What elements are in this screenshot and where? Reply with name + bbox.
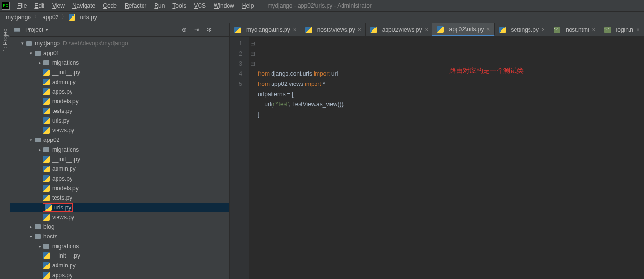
- tree-node[interactable]: __init__.py: [10, 251, 229, 261]
- tree-node[interactable]: admin.py: [10, 164, 229, 174]
- tree-label: apps.py: [52, 175, 72, 182]
- tree-node[interactable]: urls.py: [10, 116, 229, 126]
- line-number: 5: [230, 79, 242, 89]
- tree-node[interactable]: ▸migrations: [10, 58, 229, 68]
- menu-tools[interactable]: Tools: [169, 1, 190, 10]
- tree-node[interactable]: models.py: [10, 183, 229, 193]
- hide-icon[interactable]: —: [218, 26, 226, 34]
- editor-tab[interactable]: host.html×: [549, 23, 600, 36]
- tree-arrow-icon[interactable]: ▸: [37, 147, 43, 152]
- tree-label: admin.py: [52, 262, 76, 269]
- menu-code[interactable]: Code: [99, 1, 121, 10]
- menu-view[interactable]: View: [48, 1, 69, 10]
- tree-node[interactable]: views.py: [10, 212, 229, 222]
- tree-node[interactable]: tests.py: [10, 106, 229, 116]
- menu-run[interactable]: Run: [150, 1, 169, 10]
- tree-arrow-icon[interactable]: ▾: [28, 51, 34, 56]
- tree-node[interactable]: apps.py: [10, 87, 229, 97]
- tree-node[interactable]: apps.py: [10, 174, 229, 183]
- tree-node[interactable]: __init__.py: [10, 154, 229, 164]
- tree-node[interactable]: __init__.py: [10, 68, 229, 77]
- tree-node[interactable]: ▾app02: [10, 135, 229, 145]
- editor-tab[interactable]: mydjango\urls.py×: [230, 23, 301, 36]
- close-icon[interactable]: ×: [542, 27, 545, 33]
- collapse-icon[interactable]: ⇥: [193, 26, 200, 34]
- folder-icon: [25, 40, 33, 47]
- project-panel-title-text: Project: [25, 27, 43, 33]
- fold-marker[interactable]: ⊟: [249, 59, 256, 69]
- tree-label: views.py: [52, 127, 74, 134]
- breadcrumb-part[interactable]: app02: [41, 14, 60, 21]
- editor-tab[interactable]: settings.py×: [495, 23, 549, 36]
- tree-node[interactable]: apps.py: [10, 270, 229, 279]
- code-line[interactable]: urlpatterns = [: [258, 89, 640, 99]
- code-line[interactable]: from app02.views import *: [258, 79, 640, 89]
- menu-file[interactable]: File: [14, 1, 30, 10]
- close-icon[interactable]: ×: [636, 27, 640, 33]
- editor-tab[interactable]: app02\views.py×: [366, 23, 433, 36]
- tree-node[interactable]: views.py: [10, 126, 229, 135]
- tab-label: app02\urls.py: [449, 26, 484, 33]
- tree-node[interactable]: ▸migrations: [10, 145, 229, 154]
- tree-arrow-icon[interactable]: ▾: [19, 41, 25, 46]
- tree-node[interactable]: models.py: [10, 97, 229, 106]
- tree-node[interactable]: ▸migrations: [10, 241, 229, 251]
- python-icon: [43, 271, 50, 279]
- tree-node[interactable]: admin.py: [10, 77, 229, 87]
- tab-label: host.html: [566, 27, 589, 33]
- editor-tab[interactable]: login.h×: [600, 23, 644, 36]
- tab-label: settings.py: [511, 27, 539, 33]
- tree-node[interactable]: ▾mydjangoD:\web\devops\mydjango: [10, 39, 229, 48]
- code-editor[interactable]: 路由对应的是一个测试类 from django.conf.urls import…: [256, 37, 644, 279]
- tree-node[interactable]: admin.py: [10, 261, 229, 270]
- tree-arrow-icon[interactable]: ▾: [28, 234, 34, 239]
- python-icon: [68, 14, 76, 21]
- fold-marker[interactable]: ⊟: [249, 39, 256, 49]
- code-line[interactable]: url(r'^test', TestView.as_view()),: [258, 99, 640, 110]
- menu-refactor[interactable]: Refactor: [121, 1, 150, 10]
- close-icon[interactable]: ×: [487, 26, 490, 33]
- python-icon: [44, 204, 52, 211]
- tree-label: admin.py: [52, 166, 76, 172]
- menu-edit[interactable]: Edit: [30, 1, 48, 10]
- breadcrumb-part[interactable]: mydjango: [4, 14, 33, 21]
- menu-navigate[interactable]: Navigate: [69, 1, 99, 10]
- python-icon: [43, 88, 50, 96]
- folder-icon: [34, 223, 42, 231]
- app-icon: PC: [2, 2, 10, 10]
- gear-icon[interactable]: ✻: [205, 26, 213, 34]
- folder-icon: [34, 49, 42, 57]
- menu-help[interactable]: Help: [238, 1, 258, 10]
- project-panel-title[interactable]: Project: [14, 26, 180, 34]
- code-line[interactable]: ]: [258, 110, 640, 120]
- tree-node[interactable]: tests.py: [10, 193, 229, 203]
- tool-window-tab-project[interactable]: 1: Project: [0, 23, 10, 279]
- close-icon[interactable]: ×: [425, 27, 428, 33]
- tree-node[interactable]: ▾hosts: [10, 232, 229, 241]
- editor-tab[interactable]: app02\urls.py×: [432, 23, 494, 36]
- tree-node[interactable]: urls.py: [10, 203, 229, 212]
- python-icon: [43, 213, 50, 221]
- fold-column[interactable]: ⊟ ⊟ ⊟: [249, 37, 256, 279]
- menu-items: FileEditViewNavigateCodeRefactorRunTools…: [14, 1, 258, 10]
- breadcrumb-part[interactable]: urls.py: [78, 14, 99, 21]
- tree-arrow-icon[interactable]: ▾: [28, 138, 34, 142]
- menu-window[interactable]: Window: [210, 1, 238, 10]
- close-icon[interactable]: ×: [358, 27, 361, 33]
- fold-marker[interactable]: ⊟: [249, 49, 256, 59]
- breadcrumb: mydjango〉app02〉urls.py: [0, 12, 644, 23]
- tree-arrow-icon[interactable]: ▸: [37, 60, 43, 65]
- editor-tab[interactable]: hosts\views.py×: [301, 23, 366, 36]
- close-icon[interactable]: ×: [293, 27, 297, 33]
- tree-node[interactable]: ▾app01: [10, 48, 229, 58]
- tree-node[interactable]: ▸blog: [10, 222, 229, 232]
- tree-label: apps.py: [52, 88, 72, 95]
- project-tree[interactable]: ▾mydjangoD:\web\devops\mydjango▾app01▸mi…: [10, 37, 229, 279]
- locate-icon[interactable]: ⊕: [180, 26, 188, 34]
- tab-label: mydjango\urls.py: [246, 27, 290, 33]
- menu-vcs[interactable]: VCS: [190, 1, 210, 10]
- close-icon[interactable]: ×: [592, 27, 596, 33]
- tree-arrow-icon[interactable]: ▸: [28, 224, 34, 229]
- python-icon: [43, 194, 50, 202]
- tree-arrow-icon[interactable]: ▸: [37, 244, 43, 249]
